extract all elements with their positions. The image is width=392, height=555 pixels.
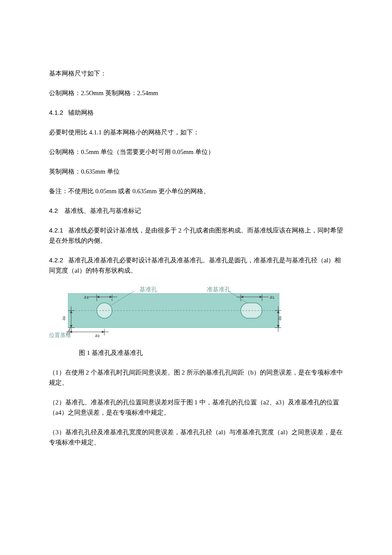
- paragraph-metric-aux: 公制网格：0.5mm 单位（当需要更小时可用 0.05mm 单位）: [49, 147, 343, 157]
- paragraph-item-2: （2）基准孔、准基准孔的孔位置同意误差对应于图 1 中，基准孔的孔位置（a2、a…: [49, 397, 343, 418]
- paragraph-imperial-aux: 英制网格：0.635mm 单位: [49, 166, 343, 177]
- label-weizhi: 位置基准: [49, 332, 71, 338]
- paragraph-note: 备注：不使用比 0.05mm 或者 0.635mm 更小单位的网格。: [49, 186, 343, 196]
- label-a3-right: a₃: [277, 316, 281, 320]
- section-number: 4.2.2: [49, 256, 63, 264]
- label-a2: a₂: [95, 332, 100, 338]
- section-number: 4.2: [49, 207, 58, 214]
- figure-diagram: a₁ a₁ 基准孔 准基准孔 a₃ a₃ a₂ 位置基准: [49, 285, 281, 338]
- svg-marker-28: [102, 331, 104, 333]
- label-a3-left: a₃: [61, 316, 66, 320]
- section-4-1-2: 4.1.2 辅助网格: [49, 108, 343, 118]
- section-number: 4.1.2: [49, 109, 63, 116]
- label-a1-right: a₁: [270, 293, 274, 300]
- section-4-2: 4.2 基准线、基准孔与基准标记: [49, 206, 343, 216]
- paragraph-metric-imperial: 公制网格：2.5Omm 英制网格：2.54mm: [49, 88, 343, 98]
- figure-caption: 图 1 基准孔及准基准孔: [79, 348, 343, 358]
- section-content: 基准孔及准基准孔必要时设计基准孔及准基准孔。基准孔是圆孔，准基准孔是与基准孔径（…: [49, 257, 341, 274]
- paragraph-item-3: （3）基准孔孔径及准基准孔宽度的同意误差，基准孔孔径（al）与准基准孔宽度（al…: [49, 427, 343, 447]
- label-jizhunk: 基准孔: [139, 286, 157, 293]
- section-4-2-1: 4.2.1 基准线必要时设计基准线，是由很多于 2 个孔或者由图形构成。而基准线…: [49, 225, 343, 246]
- paragraph-item-1: （1）在使用 2 个基准孔时孔间距同意误差。图 2 所示的基准孔孔间距（b）的同…: [49, 367, 343, 388]
- paragraph-aux-grid-intro: 必要时使用比 4.1.1 的基本网格小的网格尺寸，如下：: [49, 127, 343, 137]
- figure-1: a₁ a₁ 基准孔 准基准孔 a₃ a₃ a₂ 位置基准: [49, 285, 343, 338]
- section-4-2-2: 4.2.2 基准孔及准基准孔必要时设计基准孔及准基准孔。基准孔是圆孔，准基准孔是…: [49, 255, 343, 276]
- section-title: 基准线、基准孔与基准标记: [64, 207, 141, 214]
- section-title: 辅助网格: [68, 109, 94, 116]
- section-number: 4.2.1: [49, 227, 63, 234]
- section-content: 基准线必要时设计基准线，是由很多于 2 个孔或者由图形构成。而基准线应该在网格上…: [49, 227, 343, 244]
- paragraph-basic-grid-intro: 基本网格尺寸如下：: [49, 68, 343, 78]
- label-a1-left: a₁: [84, 293, 89, 300]
- label-zhunjizhunk: 准基准孔: [207, 286, 231, 293]
